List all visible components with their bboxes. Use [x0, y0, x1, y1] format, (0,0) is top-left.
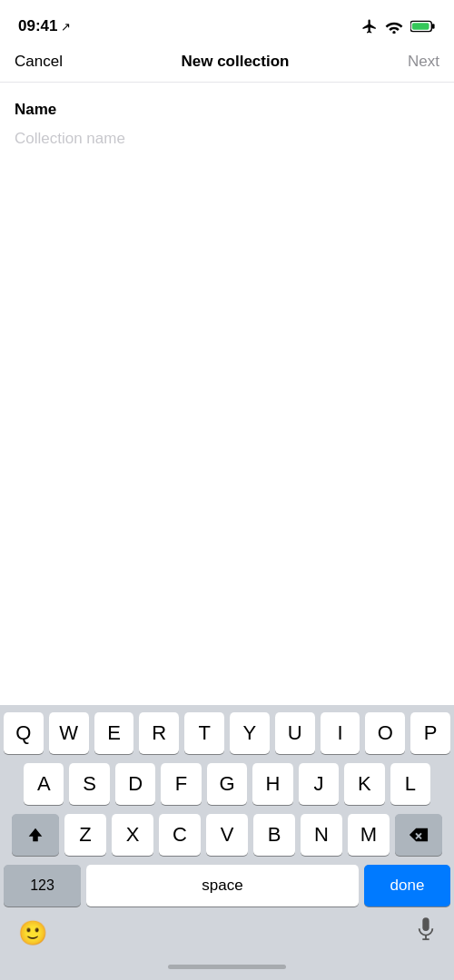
key-d[interactable]: D: [115, 763, 155, 805]
key-x[interactable]: X: [112, 814, 153, 856]
key-z[interactable]: Z: [64, 814, 106, 856]
key-g[interactable]: G: [207, 763, 247, 805]
microphone-icon: [416, 917, 436, 945]
key-v[interactable]: V: [206, 814, 248, 856]
collection-name-input[interactable]: Collection name: [15, 130, 439, 148]
keyboard-bottom-row: 123 space done: [4, 865, 450, 906]
key-l[interactable]: L: [390, 763, 430, 805]
location-icon: ↗: [61, 20, 71, 34]
status-icons: [361, 18, 436, 34]
status-time: 09:41 ↗: [18, 17, 71, 35]
key-k[interactable]: K: [344, 763, 384, 805]
key-j[interactable]: J: [299, 763, 339, 805]
key-y[interactable]: Y: [230, 712, 270, 754]
done-label: done: [390, 877, 425, 895]
shift-key[interactable]: [12, 814, 59, 856]
shift-icon: [25, 825, 45, 845]
key-o[interactable]: O: [365, 712, 405, 754]
done-key[interactable]: done: [364, 865, 450, 906]
time-label: 09:41: [18, 17, 57, 35]
key-s[interactable]: S: [69, 763, 109, 805]
cancel-button[interactable]: Cancel: [15, 53, 63, 71]
key-r[interactable]: R: [139, 712, 179, 754]
key-m[interactable]: M: [348, 814, 390, 856]
field-label: Name: [15, 101, 439, 119]
svg-rect-2: [432, 24, 435, 29]
svg-point-0: [392, 31, 395, 34]
key-t[interactable]: T: [184, 712, 224, 754]
key-w[interactable]: W: [49, 712, 89, 754]
keyboard-row-3: Z X C V B N M: [4, 814, 450, 856]
mic-key[interactable]: [416, 917, 436, 948]
key-f[interactable]: F: [161, 763, 201, 805]
content-spacer: [0, 412, 454, 705]
home-bar-line: [168, 965, 286, 969]
key-h[interactable]: H: [252, 763, 292, 805]
nav-bar: Cancel New collection Next: [0, 45, 454, 83]
wifi-icon: [385, 19, 403, 34]
key-b[interactable]: B: [253, 814, 295, 856]
key-i[interactable]: I: [321, 712, 360, 754]
airplane-icon: [361, 18, 378, 34]
numbers-label: 123: [30, 877, 54, 894]
key-c[interactable]: C: [159, 814, 201, 856]
svg-rect-4: [422, 917, 429, 931]
key-a[interactable]: A: [24, 763, 64, 805]
emoji-key[interactable]: 🙂: [18, 919, 47, 947]
home-bar: [0, 957, 454, 980]
space-key[interactable]: space: [86, 865, 359, 906]
numbers-key[interactable]: 123: [4, 865, 81, 906]
space-label: space: [202, 877, 242, 895]
key-q[interactable]: Q: [4, 712, 44, 754]
key-e[interactable]: E: [94, 712, 134, 754]
next-button[interactable]: Next: [408, 53, 439, 71]
page-title: New collection: [181, 53, 289, 71]
key-p[interactable]: P: [410, 712, 450, 754]
keyboard: Q W E R T Y U I O P A S D F G H J K L Z …: [0, 705, 454, 957]
backspace-key[interactable]: [395, 814, 442, 856]
emoji-row: 🙂: [4, 910, 450, 954]
backspace-icon: [409, 827, 429, 843]
battery-icon: [410, 19, 436, 34]
status-bar: 09:41 ↗: [0, 0, 454, 45]
keyboard-row-2: A S D F G H J K L: [4, 763, 450, 805]
content-area: Name Collection name: [0, 83, 454, 412]
key-u[interactable]: U: [275, 712, 315, 754]
keyboard-row-1: Q W E R T Y U I O P: [4, 712, 450, 754]
svg-rect-3: [412, 23, 429, 29]
key-n[interactable]: N: [301, 814, 342, 856]
